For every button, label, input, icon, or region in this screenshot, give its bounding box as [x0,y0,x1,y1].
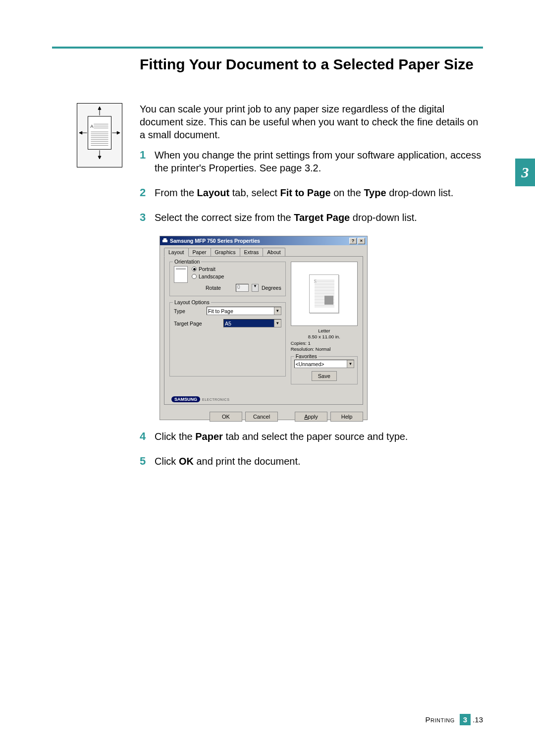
layout-options-legend: Layout Options [173,299,211,305]
radio-icon [192,274,197,279]
tab-graphics[interactable]: Graphics [211,248,240,257]
dialog-buttons: OK Cancel Apply Help [160,409,367,425]
rotate-input[interactable]: 0 [236,284,249,292]
rotate-label: Rotate [206,285,221,291]
step-5: 5 Click OK and print the document. [140,455,483,468]
step-text: From the Layout tab, select Fit to Page … [155,186,453,199]
fit-to-page-diagram: A [77,103,122,167]
dialog-tabs: Layout Paper Graphics Extras About [164,248,363,257]
samsung-sub: ELECTRONICS [202,398,229,401]
step-text: When you change the print settings from … [155,149,483,174]
dialog-titlebar: Samsung MFP 750 Series Properties ? × [160,236,367,245]
radio-label: Portrait [199,266,215,272]
radio-icon [192,267,197,271]
page-footer: Printing 3 .13 [426,714,483,725]
cancel-button[interactable]: Cancel [245,412,278,422]
layout-options-group: Layout Options Type Fit to Page▼ Target … [169,302,286,377]
page-title: Fitting Your Document to a Selected Pape… [140,54,483,75]
chevron-down-icon: ▼ [347,360,354,368]
titlebar-close-button[interactable]: × [358,238,365,244]
preview-size-name: Letter [291,328,358,334]
step-text: Click OK and print the document. [155,455,301,468]
preview-size-dim: 8.50 x 11.00 in. [291,334,358,340]
target-page-dropdown[interactable]: A5▼ [223,319,281,327]
step-1: 1 When you change the print settings fro… [140,149,483,174]
orientation-icon [174,266,188,283]
favorites-dropdown[interactable]: <Unnamed>▼ [294,360,354,368]
step-number: 4 [140,430,155,443]
apply-button[interactable]: Apply [295,412,327,422]
orientation-legend: Orientation [173,259,201,265]
step-number: 2 [140,186,155,199]
favorites-group: Favorites <Unnamed>▼ Save [291,356,358,384]
help-button[interactable]: Help [330,412,363,422]
footer-section: Printing [426,715,455,724]
print-preview: S [291,262,358,326]
chevron-down-icon: ▼ [274,307,281,315]
ok-button[interactable]: OK [210,412,242,422]
svg-marker-20 [117,131,120,134]
intro-text: You can scale your print job to any pape… [140,103,483,141]
svg-marker-14 [98,107,101,109]
step-text: Select the correct size from the Target … [155,211,417,224]
type-dropdown[interactable]: Fit to Page▼ [207,307,281,315]
footer-chapter-box: 3 [460,714,471,725]
top-rule [52,47,483,49]
properties-dialog: Samsung MFP 750 Series Properties ? × La… [160,236,368,420]
step-number: 3 [140,211,155,224]
printer-icon [162,238,168,244]
save-favorites-button[interactable]: Save [312,371,337,381]
step-number: 5 [140,455,155,468]
preview-info: Letter 8.50 x 11.00 in. Copies: 1 Resolu… [291,328,358,352]
svg-rect-22 [163,238,166,240]
type-label: Type [174,308,207,314]
footer-page-number: .13 [473,715,483,724]
preview-copies: Copies: 1 [291,340,358,346]
preview-page-icon: S [309,274,339,313]
samsung-logo: SAMSUNG ELECTRONICS [171,396,229,402]
tab-panel-layout: Orientation Portrait Landscape Rotate 0 [164,256,363,405]
dropdown-value: <Unnamed> [296,361,324,367]
step-number: 1 [140,149,155,174]
chapter-tab: 3 [515,159,535,186]
svg-rect-0 [88,116,111,150]
step-text: Click the Paper tab and select the paper… [155,430,408,443]
svg-text:A: A [90,124,93,129]
chevron-down-icon: ▼ [274,320,281,327]
svg-marker-16 [98,156,101,159]
favorites-legend: Favorites [294,353,319,359]
step-4: 4 Click the Paper tab and select the pap… [140,430,483,443]
dialog-title-text: Samsung MFP 750 Series Properties [170,238,260,244]
step-2: 2 From the Layout tab, select Fit to Pag… [140,186,483,199]
radio-label: Landscape [199,273,224,279]
steps-list: 1 When you change the print settings fro… [140,149,483,480]
tab-paper[interactable]: Paper [188,248,211,257]
preview-resolution: Resolution: Normal [291,346,358,352]
svg-marker-18 [79,131,82,134]
orientation-group: Orientation Portrait Landscape Rotate 0 [169,262,286,296]
rotate-spinner[interactable]: ▼ [252,284,259,292]
step-3: 3 Select the correct size from the Targe… [140,211,483,224]
radio-landscape[interactable]: Landscape [192,273,281,279]
degrees-label: Degrees [262,285,281,291]
titlebar-help-button[interactable]: ? [349,238,357,244]
tab-layout[interactable]: Layout [164,248,189,257]
tab-extras[interactable]: Extras [240,248,264,257]
samsung-badge: SAMSUNG [171,396,200,402]
dropdown-value: A5 [225,321,231,326]
radio-portrait[interactable]: Portrait [192,266,281,272]
tab-about[interactable]: About [263,248,285,257]
dialog-body: Layout Paper Graphics Extras About Orien… [160,245,367,409]
dropdown-value: Fit to Page [208,308,233,314]
target-page-label: Target Page [174,321,207,326]
